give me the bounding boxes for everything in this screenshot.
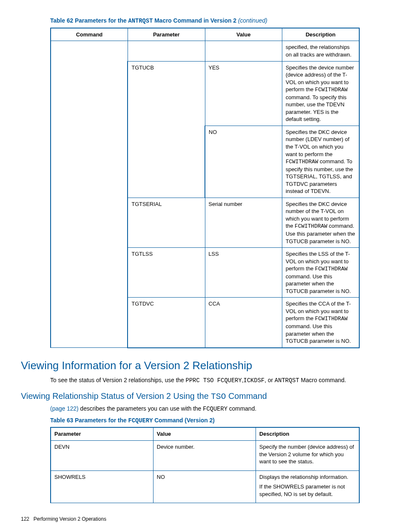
caption-text: Command (Version 2): [153, 417, 215, 424]
col-value: Value: [205, 28, 282, 41]
cell-command: [51, 41, 128, 348]
caption-continued: (continued): [238, 17, 267, 24]
cell-parameter: SHOWRELS: [51, 470, 153, 503]
caption-code: ANTRQST: [128, 18, 153, 24]
heading-text: Viewing Relationship Status of Version 2…: [21, 391, 211, 401]
table-row: specified, the relationships on all trac…: [51, 41, 359, 61]
cell-value: YES: [205, 61, 282, 126]
cell-parameter: TGTSERIAL: [128, 198, 205, 247]
col-description: Description: [282, 28, 359, 41]
col-description: Description: [256, 427, 359, 440]
cell-value: NO: [153, 470, 256, 503]
cell-description: Specifies the DKC device number (LDEV nu…: [282, 126, 359, 198]
heading-code: TSO: [211, 392, 226, 401]
col-parameter: Parameter: [128, 28, 205, 41]
para-text: command.: [228, 405, 256, 412]
cell-parameter: TGTLSS: [128, 248, 205, 298]
cell-parameter: DEVN: [51, 440, 153, 470]
section2-paragraph: (page 122) describes the parameters you …: [50, 405, 378, 413]
page-reference-link[interactable]: (page 122): [50, 405, 79, 412]
page-footer: 122 Performing Version 2 Operations: [21, 516, 378, 522]
para-text: describes the parameters you can use wit…: [79, 405, 203, 412]
footer-title: Performing Version 2 Operations: [33, 516, 106, 522]
heading-viewing-status: Viewing Relationship Status of Version 2…: [21, 391, 378, 402]
heading-viewing-info: Viewing Information for a Version 2 Rela…: [21, 358, 378, 373]
cell-value: LSS: [205, 248, 282, 298]
cell-description: Displays the relationship information.If…: [256, 470, 359, 503]
heading-text: Command: [226, 391, 267, 401]
col-command: Command: [51, 28, 128, 41]
cell-description: Specifies the CCA of the T-VOL on which …: [282, 298, 359, 348]
table62: Command Parameter Value Description spec…: [50, 28, 360, 348]
col-value: Value: [153, 427, 256, 440]
cell-value: Serial number: [205, 198, 282, 247]
cell-value: Device number.: [153, 440, 256, 470]
cell-value: NO: [205, 126, 282, 198]
cell-description: Specifies the LSS of the T-VOL on which …: [282, 248, 359, 298]
cell-parameter: TGTUCB: [128, 61, 205, 198]
section1-paragraph: To see the status of Version 2 relations…: [50, 376, 378, 385]
caption-code: FCQUERY: [128, 417, 153, 424]
cell-description: Specifies the device number (device addr…: [282, 61, 359, 126]
cell-description: Specify the number (device address) of t…: [256, 440, 359, 470]
table63-header-row: Parameter Value Description: [51, 427, 359, 440]
table-row: SHOWRELSNODisplays the relationship info…: [51, 470, 359, 503]
caption-text: Macro Command in Version 2: [153, 17, 238, 24]
cell-description: specified, the relationships on all trac…: [282, 41, 359, 61]
table-row: DEVNDevice number.Specify the number (de…: [51, 440, 359, 470]
caption-text: Table 63 Parameters for the: [50, 417, 128, 424]
caption-text: Table 62 Parameters for the: [50, 17, 128, 24]
table63-caption: Table 63 Parameters for the FCQUERY Comm…: [50, 416, 378, 425]
table62-header-row: Command Parameter Value Description: [51, 28, 359, 41]
table63: Parameter Value Description DEVNDevice n…: [50, 427, 360, 503]
table62-caption: Table 62 Parameters for the ANTRQST Macr…: [50, 17, 378, 25]
col-parameter: Parameter: [51, 427, 153, 440]
cell-value: [205, 41, 282, 61]
cell-value: CCA: [205, 298, 282, 348]
cell-parameter: TGTDVC: [128, 298, 205, 348]
cell-parameter: [128, 41, 205, 61]
cell-description: Specifies the DKC device number of the T…: [282, 198, 359, 247]
page-number: 122: [21, 516, 29, 522]
para-code: FCQUERY: [203, 406, 228, 412]
